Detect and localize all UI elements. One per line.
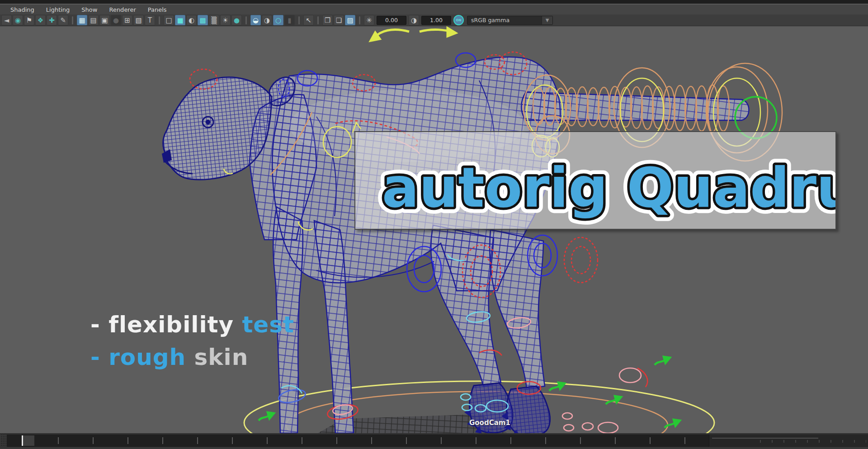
exposure-value[interactable]: 0.00 (377, 16, 406, 25)
menu-shading[interactable]: Shading (5, 6, 40, 13)
color-management-toggle[interactable]: ON (453, 15, 464, 25)
camera-icon[interactable]: ◉ (13, 15, 23, 25)
toolbar-separator (245, 16, 247, 24)
time-slider-end-zone[interactable] (709, 435, 868, 447)
menu-panels[interactable]: Panels (142, 6, 173, 13)
resolution-gate-icon[interactable]: ▣ (99, 15, 110, 25)
paint-effects-icon[interactable]: ❖ (35, 15, 46, 25)
checker-icon[interactable]: ▒ (209, 15, 219, 25)
time-slider-grabber[interactable] (0, 435, 7, 447)
toolbar-separator (298, 16, 300, 24)
isolate-view-icon[interactable]: ❏ (334, 15, 344, 25)
chevron-down-icon: ▼ (542, 16, 552, 24)
lights-icon[interactable]: ☀ (220, 15, 231, 25)
pencil-icon[interactable]: ✎ (58, 15, 68, 25)
range-slider-edge[interactable] (0, 447, 868, 449)
exposure-icon[interactable]: ✳ (364, 15, 374, 25)
xray-sphere-icon[interactable]: ● (231, 15, 242, 25)
half-shade-sphere-icon[interactable]: ◐ (186, 15, 197, 25)
textured-cube-icon[interactable]: ▩ (198, 15, 208, 25)
move-tool-icon[interactable]: ✚ (47, 15, 57, 25)
banner-title: autorig Quadru (382, 156, 835, 220)
shaded-cube-icon[interactable]: ■ (175, 15, 185, 25)
shadows-icon[interactable]: ◒ (250, 15, 261, 25)
time-slider-ticks[interactable] (58, 437, 706, 444)
contrast-icon[interactable]: ◑ (409, 15, 419, 25)
toolbar-separator (159, 16, 160, 24)
toolbar-separator (359, 16, 360, 24)
title-banner: autorig Quadru autorig Quadru (354, 131, 836, 230)
menu-renderer[interactable]: Renderer (103, 6, 142, 13)
current-frame-marker[interactable] (22, 435, 34, 446)
panel-toolbar: ◄◉⚑❖✚✎▦▤▣●⊞▧T□■◐▩▒☀●◒◑○▮↖❐❏▨✳0.00◑1.00ON… (0, 14, 868, 26)
panel-menubar: ShadingLightingShowRendererPanels (0, 5, 868, 14)
maya-viewport-window: { "window": { "bg": "#5d5d5d", "chrome_b… (0, 0, 868, 449)
window-top-strip (0, 0, 868, 4)
safe-action-icon[interactable]: ▧ (133, 15, 144, 25)
film-gate-icon[interactable]: ▤ (88, 15, 99, 25)
view-transform-select[interactable]: sRGB gamma▼ (467, 16, 553, 25)
caption-line-2: - rough skin (90, 341, 294, 373)
caption-text: - rough (90, 344, 194, 370)
time-slider[interactable] (0, 433, 868, 447)
caption-text: skin (194, 344, 249, 370)
caption-text: - flexibility (90, 312, 242, 338)
wireframe-cube-icon[interactable]: □ (164, 15, 174, 25)
isolate-select-icon[interactable]: ❐ (322, 15, 333, 25)
menu-show[interactable]: Show (75, 6, 103, 13)
gate-mask-icon[interactable]: ● (111, 15, 121, 25)
contrast-value[interactable]: 1.00 (421, 16, 451, 25)
grid-toggle-icon[interactable]: ▦ (77, 15, 87, 25)
camera-name-label: GoodCam1 (469, 419, 510, 427)
select-cursor-icon[interactable]: ↖ (303, 15, 314, 25)
motion-blur-icon[interactable]: ○ (273, 15, 283, 25)
field-chart-icon[interactable]: ⊞ (122, 15, 132, 25)
view-transform-value: sRGB gamma (467, 17, 542, 24)
toolbar-separator (317, 16, 319, 24)
bookmark-icon[interactable]: ⚑ (24, 15, 34, 25)
snapshot-icon[interactable]: ▨ (345, 15, 355, 25)
dof-icon[interactable]: ▮ (284, 15, 295, 25)
caption-line-1: - flexibility test (90, 308, 294, 341)
ao-sphere-icon[interactable]: ◑ (262, 15, 272, 25)
annotation-arrows (371, 28, 456, 41)
caption-block: - flexibility test- rough skin (90, 308, 294, 373)
safe-title-icon[interactable]: T (145, 15, 155, 25)
toolbar-separator (72, 16, 73, 24)
caption-text: test (242, 312, 294, 338)
view-track-icon[interactable]: ◄ (1, 15, 12, 25)
menu-lighting[interactable]: Lighting (40, 6, 76, 13)
